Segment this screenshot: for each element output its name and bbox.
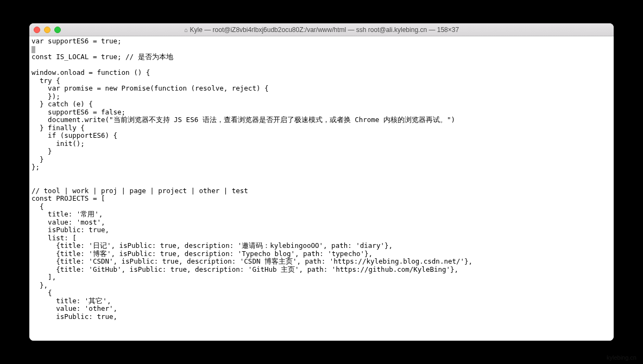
minimize-button[interactable] [44,27,51,33]
code-line: isPublic: true, [31,312,117,321]
code-line: init(); [31,139,85,148]
code-line: const IS_LOCAL = true; // 是否为本地 [31,53,173,61]
code-line: ], [31,273,56,281]
code-line: document.write("当前浏览器不支持 JS ES6 语法，查看浏览器… [31,116,455,124]
code-line: isPublic: true, [31,226,109,234]
code-line: // tool | work | proj | page | project |… [31,187,248,195]
terminal-window: ⌂ Kyle — root@iZ8vbi4rlbxj6udb2ocu80Z:/v… [29,23,614,341]
maximize-button[interactable] [54,27,61,33]
watermark: kylebing.cn [607,354,636,361]
home-icon: ⌂ [184,27,188,33]
code-line: {title: 'CSDN', isPublic: true, descript… [31,257,472,265]
code-line: var supportES6 = true; [31,37,122,45]
code-line: {title: 'GitHub', isPublic: true, descri… [31,265,458,273]
code-line: try { [31,76,60,85]
window-title: ⌂ Kyle — root@iZ8vbi4rlbxj6udb2ocu80Z:/v… [29,26,614,34]
code-line: } finally { [31,124,85,132]
code-line: value: 'most', [31,218,105,226]
code-line: if (supportES6) { [31,131,117,139]
code-line: var promise = new Promise(function (reso… [31,84,269,92]
code-line: list: [ [31,234,77,242]
code-line: }); [31,92,60,100]
code-line: { [31,202,44,210]
code-line: {title: '日记', isPublic: true, descriptio… [31,241,393,250]
close-button[interactable] [34,27,40,33]
code-line: }; [31,163,40,171]
titlebar[interactable]: ⌂ Kyle — root@iZ8vbi4rlbxj6udb2ocu80Z:/v… [29,23,614,36]
code-line: }, [31,281,48,289]
code-line: } [31,155,44,163]
code-line: title: '常用', [31,210,103,218]
traffic-lights [34,27,61,33]
code-line: {title: '博客', isPublic: true, descriptio… [31,250,373,258]
window-title-text: Kyle — root@iZ8vbi4rlbxj6udb2ocu80Z:/var… [190,26,459,34]
code-line: supportES6 = false; [31,108,125,116]
terminal-content[interactable]: var supportES6 = true; const IS_LOCAL = … [29,36,614,341]
code-line: value: 'other', [31,304,117,312]
code-line: } catch (e) { [31,100,93,108]
code-line: window.onload = function () { [31,68,150,76]
code-line: } [31,147,52,155]
cursor [31,46,35,53]
code-line: { [31,289,52,297]
code-line: title: '其它', [31,297,111,305]
code-line: const PROJECTS = [ [31,194,105,202]
